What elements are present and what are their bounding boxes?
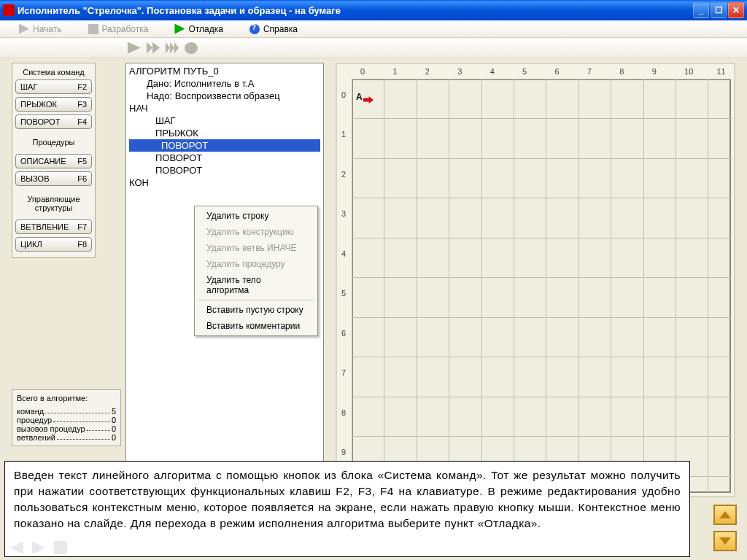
ctx-insert-comment[interactable]: Вставить комментарии: [196, 318, 316, 334]
ctx-delete-body[interactable]: Удалить тело алгоритма: [196, 272, 316, 298]
grid-x-label: 5: [522, 67, 527, 76]
code-line[interactable]: Дано: Исполнитель в т.А: [129, 77, 320, 90]
instruction-panel: Введен текст линейного алгоритма с помощ…: [4, 461, 690, 557]
app-icon: [3, 4, 15, 16]
maximize-button[interactable]: ☐: [711, 2, 727, 18]
marker-label-a: A: [356, 92, 363, 102]
ctx-insert-blank[interactable]: Вставить пустую строку: [196, 302, 316, 318]
grid-y-label: 3: [341, 209, 346, 218]
grid-y-label: 7: [341, 368, 346, 377]
grid-x-label: 3: [457, 67, 462, 76]
cmd-turn-button[interactable]: ПОВОРОТF4: [15, 114, 92, 129]
ctx-delete-construction: Удалить конструкцию: [196, 224, 316, 240]
code-line[interactable]: АЛГОРИТМ ПУТЬ_0: [129, 65, 320, 77]
stats-row: ветвлений0: [17, 433, 116, 442]
debug-icon: [174, 24, 185, 34]
code-line[interactable]: ПОВОРОТ: [129, 164, 320, 176]
grid-x-label: 4: [490, 67, 495, 76]
fast-forward-button[interactable]: [147, 42, 160, 54]
code-line[interactable]: Надо: Воспроизвести образец: [129, 90, 320, 102]
slide-nav-ghost: [10, 541, 67, 554]
grid-x-label: 9: [652, 67, 657, 76]
code-line-selected[interactable]: ПОВОРОТ: [129, 139, 320, 152]
palette-title-structures: Управляющиеструктуры: [15, 195, 92, 212]
app-area: Система команд ШАГF2 ПРЫЖОКF3 ПОВОРОТF4 …: [0, 58, 747, 560]
skip-button[interactable]: [166, 42, 179, 54]
grid-x-label: 1: [392, 67, 397, 76]
code-line[interactable]: НАЧ: [129, 102, 320, 114]
cmd-branch-button[interactable]: ВЕТВЛЕНИЕF7: [15, 219, 92, 234]
grid-y-label: 4: [341, 249, 346, 258]
palette-title-procedures: Процедуры: [15, 138, 92, 147]
command-palette: Система команд ШАГF2 ПРЫЖОКF3 ПОВОРОТF4 …: [12, 63, 96, 258]
stats-row: команд5: [17, 407, 116, 416]
code-line[interactable]: КОН: [129, 176, 320, 189]
menu-help[interactable]: Справка: [236, 20, 311, 37]
grid-x-label: 11: [716, 67, 725, 76]
menu-start[interactable]: Начать: [6, 20, 75, 37]
develop-icon: [88, 24, 98, 34]
window-title: Исполнитель "Стрелочка". Постановка зада…: [18, 5, 692, 16]
cmd-call-button[interactable]: ВЫЗОВF6: [15, 171, 92, 186]
grid-y-label: 6: [341, 329, 346, 338]
code-line[interactable]: ПРЫЖОК: [129, 127, 320, 139]
cmd-jump-button[interactable]: ПРЫЖОКF3: [15, 97, 92, 112]
run-button[interactable]: [128, 42, 141, 54]
grid-x-label: 7: [587, 67, 592, 76]
cmd-step-button[interactable]: ШАГF2: [15, 79, 92, 94]
stats-row: процедур0: [17, 416, 116, 424]
grid-x-label: 2: [425, 67, 430, 76]
minimize-button[interactable]: _: [693, 2, 709, 18]
cmd-description-button[interactable]: ОПИСАНИЕF5: [15, 154, 92, 168]
stats-title: Всего в алгоритме:: [17, 394, 116, 402]
play-icon: [19, 24, 29, 34]
grid-y-label: 5: [341, 289, 346, 298]
playback-toolbar: [0, 38, 747, 58]
close-button[interactable]: ✕: [728, 2, 744, 18]
ctx-delete-else: Удалить ветвь ИНАЧЕ: [196, 240, 316, 256]
triangle-up-icon: [719, 511, 731, 518]
ctx-delete-line[interactable]: Удалить строку: [196, 208, 316, 224]
grid-y-label: 2: [341, 170, 346, 179]
menu-debug[interactable]: Отладка: [161, 20, 236, 37]
ctx-delete-procedure: Удалить процедуру: [196, 256, 316, 272]
stats-panel: Всего в алгоритме: команд5 процедур0 выз…: [12, 389, 121, 446]
window-titlebar: Исполнитель "Стрелочка". Постановка зада…: [0, 0, 747, 20]
menu-separator: [199, 300, 313, 300]
code-line[interactable]: ПОВОРОТ: [129, 152, 320, 164]
menu-develop[interactable]: Разработка: [75, 20, 162, 37]
menubar: Начать Разработка Отладка Справка: [0, 20, 747, 38]
stats-row: вызовов процедур0: [17, 424, 116, 433]
grid-y-label: 1: [341, 130, 346, 139]
triangle-down-icon: [719, 537, 731, 545]
grid-y-label: 9: [341, 448, 346, 456]
help-icon: [249, 24, 260, 34]
cmd-loop-button[interactable]: ЦИКЛF8: [15, 237, 92, 252]
grid-x-label: 10: [684, 67, 693, 76]
context-menu: Удалить строку Удалить конструкцию Удали…: [194, 206, 318, 336]
grid-x-label: 6: [554, 67, 559, 76]
grid-y-label: 8: [341, 408, 346, 417]
palette-title-commands: Система команд: [15, 68, 92, 77]
grid-x-label: 8: [619, 67, 624, 76]
code-line[interactable]: ШАГ: [129, 114, 320, 127]
stop-button[interactable]: [185, 42, 198, 54]
grid-y-label: 0: [341, 90, 346, 99]
grid-canvas[interactable]: A 01234567891011012345678910: [336, 63, 735, 497]
grid-x-label: 0: [360, 67, 365, 76]
nav-down-button[interactable]: [713, 531, 737, 551]
nav-up-button[interactable]: [713, 505, 737, 525]
